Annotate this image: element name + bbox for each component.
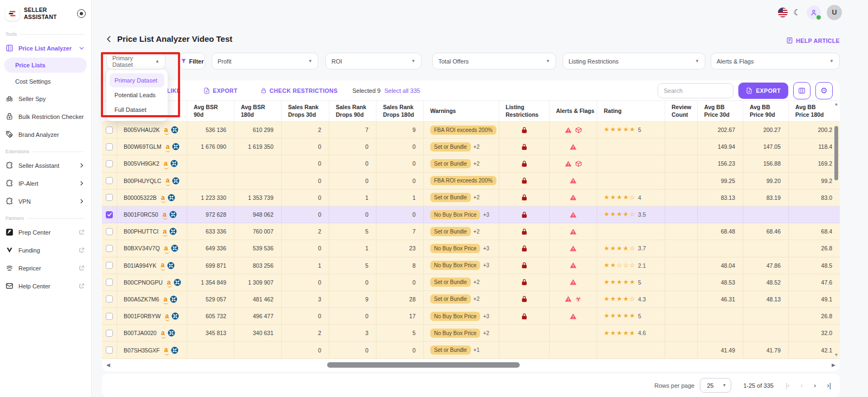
- sas-link-icon[interactable]: [172, 143, 180, 150]
- row-checkbox[interactable]: [106, 245, 113, 252]
- first-page-button[interactable]: |‹: [786, 382, 790, 389]
- row-checkbox[interactable]: [106, 160, 113, 167]
- table-row[interactable]: B00PHUYQLCa000FBA ROI exceeds 200%+199.2…: [102, 173, 840, 190]
- sas-link-icon[interactable]: [174, 279, 181, 286]
- columns-button[interactable]: [793, 82, 810, 99]
- table-row[interactable]: B001F0RC50a972 628948 062000No Buy Box P…: [102, 206, 840, 223]
- table-row[interactable]: B01IA994YKa699 871803 256158No Buy Box P…: [102, 257, 840, 274]
- user-avatar[interactable]: U: [827, 5, 842, 20]
- sidebar-collapse-icon[interactable]: [77, 9, 86, 18]
- account-status-icon[interactable]: [807, 5, 821, 20]
- sidebar-item-ext-ip-alert[interactable]: IP-Alert: [0, 174, 91, 192]
- table-row[interactable]: B005VHAU2Ka536 136610 299279FBA ROI exce…: [102, 122, 840, 138]
- table-row[interactable]: B00PHUTTCIa633 336760 007257Set or Bundl…: [102, 223, 840, 240]
- table-row[interactable]: B07SH35GXFa000Set or Bundle+141.4941.794…: [102, 342, 840, 358]
- amazon-link-icon[interactable]: a: [161, 262, 164, 269]
- check-restrictions-button[interactable]: CHECK RESTRICTIONS: [260, 87, 338, 94]
- row-checkbox[interactable]: [106, 127, 113, 134]
- row-checkbox[interactable]: [106, 295, 113, 303]
- sidebar-item-funding[interactable]: Funding: [0, 241, 91, 259]
- dataset-menu-item[interactable]: Primary Dataset: [110, 73, 164, 87]
- sidebar-item-ext-vpn[interactable]: VPN: [0, 192, 91, 210]
- table-row[interactable]: B00W69TGLMa1 676 0901 619 350000Set or B…: [102, 138, 840, 155]
- total-offers-filter-select[interactable]: Total Offers▼: [432, 53, 556, 70]
- row-checkbox[interactable]: [106, 346, 113, 354]
- amazon-link-icon[interactable]: a: [164, 127, 168, 134]
- help-article-link[interactable]: HELP ARTICLE: [786, 37, 840, 44]
- amazon-link-icon[interactable]: a: [165, 143, 169, 150]
- sas-link-icon[interactable]: [169, 228, 177, 235]
- table-row[interactable]: B00TJA0020a345 813340 631235No Buy Box P…: [102, 325, 840, 342]
- table-row[interactable]: B0BXV34V7Qa649 336539 5360123No Buy Box …: [102, 240, 840, 257]
- table-row[interactable]: B00005322Ba1 223 3301 353 739011Set or B…: [102, 190, 840, 206]
- row-checkbox[interactable]: [106, 194, 113, 201]
- scroll-left-arrow[interactable]: ◀: [106, 362, 110, 368]
- next-page-button[interactable]: ›: [814, 382, 816, 389]
- dataset-menu-item[interactable]: Potential Leads: [110, 88, 164, 102]
- sas-link-icon[interactable]: [171, 126, 178, 134]
- sas-link-icon[interactable]: [172, 177, 180, 185]
- sidebar-item-prep-center[interactable]: Prep Center: [0, 223, 91, 241]
- row-checkbox[interactable]: [106, 211, 113, 218]
- sidebar-item-bulk-restriction-checker[interactable]: Bulk Restriction Checker: [0, 108, 91, 125]
- sidebar-item-help-center[interactable]: Help Center: [0, 277, 91, 295]
- sidebar-item-seller-spy[interactable]: Seller Spy: [0, 90, 91, 108]
- row-checkbox[interactable]: [106, 330, 113, 337]
- roi-filter-select[interactable]: ROI▼: [326, 53, 422, 70]
- sas-link-icon[interactable]: [170, 295, 177, 303]
- amazon-link-icon[interactable]: a: [164, 346, 168, 354]
- row-checkbox[interactable]: [106, 262, 113, 269]
- sas-link-icon[interactable]: [169, 211, 177, 218]
- row-checkbox[interactable]: [106, 228, 113, 235]
- amazon-link-icon[interactable]: a: [165, 177, 169, 184]
- scroll-down-arrow[interactable]: ▼: [834, 353, 839, 357]
- sas-link-icon[interactable]: [171, 244, 178, 252]
- row-checkbox[interactable]: [106, 177, 113, 184]
- horizontal-scroll-track[interactable]: [113, 362, 828, 368]
- dark-mode-icon[interactable]: ☾: [794, 8, 801, 16]
- table-row[interactable]: B00A5ZK7M6a529 057481 4623928Set or Bund…: [102, 291, 840, 308]
- dataset-menu-item[interactable]: Full Dataset: [110, 103, 164, 117]
- sas-link-icon[interactable]: [170, 160, 178, 167]
- prev-page-button[interactable]: ‹: [801, 382, 803, 389]
- amazon-link-icon[interactable]: a: [161, 194, 165, 201]
- alerts-flags-filter-select[interactable]: Alerts & Flags▼: [711, 53, 840, 70]
- sidebar-item-brand-analyzer[interactable]: Brand Analyzer: [0, 125, 91, 143]
- amazon-link-icon[interactable]: a: [164, 245, 168, 252]
- row-checkbox[interactable]: [106, 143, 113, 150]
- vertical-scroll-thumb[interactable]: [834, 126, 838, 180]
- sas-link-icon[interactable]: [171, 312, 179, 320]
- back-chevron-icon[interactable]: [105, 35, 113, 43]
- search-input[interactable]: [658, 83, 733, 98]
- filter-button[interactable]: Filter: [179, 53, 205, 70]
- export-bulk-button[interactable]: EXPORT: [203, 87, 238, 94]
- scroll-right-arrow[interactable]: ▶: [832, 362, 835, 368]
- select-all-link[interactable]: Select all 335: [384, 87, 420, 94]
- profit-filter-select[interactable]: Profit▼: [212, 53, 318, 70]
- row-checkbox[interactable]: [106, 313, 113, 320]
- row-checkbox[interactable]: [106, 279, 113, 286]
- listing-restrictions-filter-select[interactable]: Listing Restrictions▼: [563, 53, 705, 70]
- table-row[interactable]: B005VH9GK2a000Set or Bundle+2156.23156.8…: [102, 155, 840, 172]
- table-row[interactable]: B001F0RBYWa605 732496 4770017No Buy Box …: [102, 308, 840, 325]
- sas-link-icon[interactable]: [171, 346, 178, 354]
- export-button[interactable]: EXPORT: [738, 83, 788, 99]
- amazon-link-icon[interactable]: a: [163, 228, 167, 235]
- amazon-link-icon[interactable]: a: [163, 211, 167, 218]
- sidebar-item-repricer[interactable]: Repricer: [0, 259, 91, 277]
- amazon-link-icon[interactable]: a: [167, 279, 171, 286]
- table-row[interactable]: B00CPNOGPUa1 354 8491 309 907000Set or B…: [102, 274, 840, 291]
- scroll-up-arrow[interactable]: ▲: [834, 102, 839, 106]
- sidebar-item-cost-settings[interactable]: Cost Settings: [0, 73, 91, 90]
- table-settings-button[interactable]: ⚙: [815, 82, 833, 99]
- amazon-link-icon[interactable]: a: [163, 296, 167, 303]
- language-flag-icon[interactable]: [778, 8, 788, 17]
- amazon-link-icon[interactable]: a: [164, 160, 168, 167]
- amazon-link-icon[interactable]: a: [165, 313, 169, 320]
- sidebar-item-price-lists[interactable]: Price Lists: [4, 58, 87, 73]
- sas-link-icon[interactable]: [168, 194, 175, 201]
- sas-link-icon[interactable]: [168, 329, 175, 337]
- last-page-button[interactable]: ›|: [827, 382, 831, 389]
- sidebar-item-price-list-analyzer[interactable]: Price List Analyzer: [0, 39, 91, 57]
- horizontal-scroll-thumb[interactable]: [327, 362, 520, 368]
